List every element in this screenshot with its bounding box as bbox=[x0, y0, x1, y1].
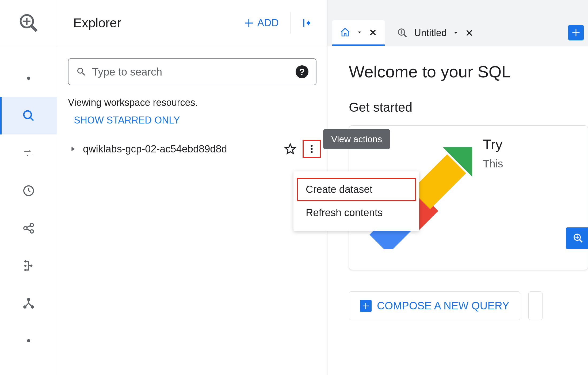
card-text: Try This bbox=[483, 136, 577, 170]
sidebar-item-share[interactable] bbox=[0, 209, 57, 247]
card-action-button[interactable] bbox=[566, 227, 588, 249]
svg-line-1 bbox=[31, 26, 37, 31]
sidebar-dot-bottom[interactable] bbox=[0, 322, 57, 359]
svg-point-11 bbox=[24, 260, 26, 262]
sidebar-dot-top[interactable] bbox=[0, 59, 57, 97]
tab-untitled-label: Untitled bbox=[414, 27, 447, 39]
svg-point-17 bbox=[311, 148, 312, 150]
left-icon-sidebar bbox=[0, 0, 57, 375]
project-row[interactable]: qwiklabs-gcp-02-ac54ebd89d8d bbox=[57, 136, 327, 162]
compose-row: COMPOSE A NEW QUERY bbox=[349, 291, 588, 320]
explorer-title: Explorer bbox=[73, 16, 237, 30]
explorer-header: Explorer ADD bbox=[57, 0, 327, 46]
sidebar-item-pipeline[interactable] bbox=[0, 247, 57, 284]
project-name: qwiklabs-gcp-02-ac54ebd89d8d bbox=[83, 143, 284, 155]
menu-item-refresh-contents[interactable]: Refresh contents bbox=[293, 201, 419, 224]
svg-line-3 bbox=[30, 117, 33, 121]
sidebar-item-history[interactable] bbox=[0, 172, 57, 209]
header-divider bbox=[291, 12, 291, 34]
svg-line-8 bbox=[27, 226, 30, 227]
collapse-panel-button[interactable] bbox=[296, 17, 316, 29]
svg-line-9 bbox=[27, 229, 30, 231]
compose-label: COMPOSE A NEW QUERY bbox=[377, 300, 509, 312]
add-button[interactable]: ADD bbox=[237, 17, 285, 29]
search-placeholder: Type to search bbox=[92, 66, 296, 78]
close-icon bbox=[465, 29, 474, 37]
sidebar-item-hub[interactable] bbox=[0, 284, 57, 322]
close-icon bbox=[369, 28, 377, 37]
expand-icon[interactable] bbox=[69, 145, 77, 153]
new-tab-button[interactable] bbox=[568, 25, 584, 40]
card-title: Try bbox=[483, 136, 577, 152]
svg-point-16 bbox=[311, 145, 312, 147]
svg-line-20 bbox=[404, 34, 406, 37]
svg-point-6 bbox=[30, 223, 33, 227]
svg-point-7 bbox=[30, 230, 33, 233]
more-actions-button[interactable] bbox=[303, 140, 321, 158]
menu-item-create-dataset[interactable]: Create dataset bbox=[297, 178, 416, 201]
star-icon[interactable] bbox=[284, 143, 296, 155]
sidebar-item-transfers[interactable] bbox=[0, 134, 57, 172]
svg-point-10 bbox=[24, 265, 26, 267]
get-started-heading: Get started bbox=[349, 100, 588, 115]
actions-context-menu: Create dataset Refresh contents bbox=[293, 171, 419, 231]
card-subtitle: This bbox=[483, 158, 577, 170]
svg-line-25 bbox=[579, 239, 582, 242]
plus-icon bbox=[360, 300, 372, 312]
show-starred-only-link[interactable]: SHOW STARRED ONLY bbox=[57, 111, 327, 136]
search-help-icon[interactable]: ? bbox=[296, 65, 308, 78]
svg-point-12 bbox=[24, 269, 26, 271]
svg-point-2 bbox=[24, 111, 31, 118]
sidebar-item-search[interactable] bbox=[0, 97, 57, 134]
tabs-bar: Untitled bbox=[327, 0, 588, 46]
view-actions-tooltip: View actions bbox=[323, 129, 390, 149]
sidebar-nav bbox=[0, 46, 57, 359]
svg-point-18 bbox=[311, 151, 312, 153]
svg-point-5 bbox=[24, 227, 27, 230]
explorer-panel: Explorer ADD Type to search ? Viewing wo… bbox=[57, 0, 327, 375]
resources-text: Viewing workspace resources. bbox=[57, 91, 327, 111]
compose-secondary-button[interactable] bbox=[528, 291, 543, 320]
tab-home[interactable] bbox=[332, 20, 385, 46]
add-button-label: ADD bbox=[257, 17, 279, 29]
tab-untitled[interactable]: Untitled bbox=[390, 20, 481, 46]
bigquery-logo bbox=[0, 0, 57, 46]
search-input[interactable]: Type to search ? bbox=[68, 58, 316, 85]
search-wrap: Type to search ? bbox=[57, 46, 327, 91]
welcome-title: Welcome to your SQL bbox=[349, 62, 588, 81]
compose-new-query-button[interactable]: COMPOSE A NEW QUERY bbox=[349, 291, 520, 320]
svg-point-13 bbox=[27, 298, 30, 301]
